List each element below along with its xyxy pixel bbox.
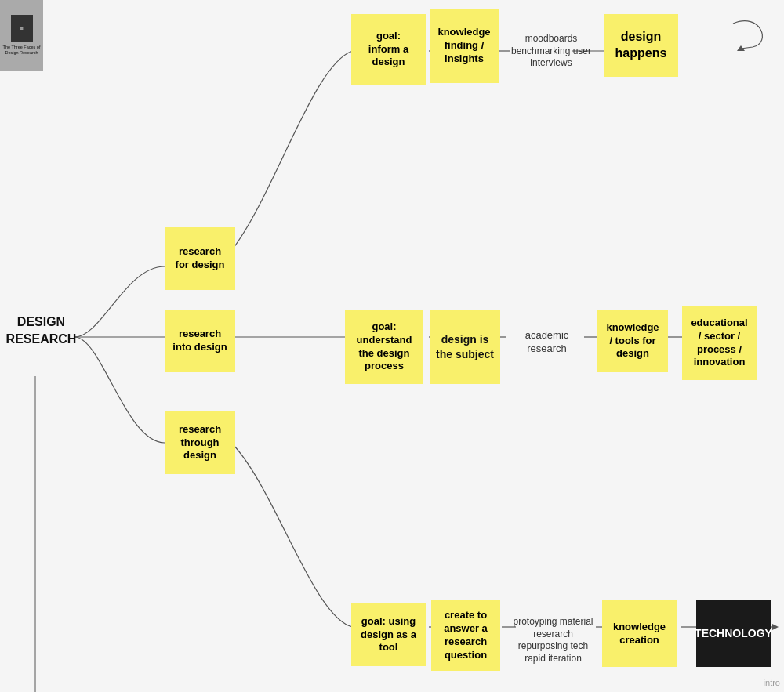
research-for-design: research for design	[165, 227, 235, 290]
knowledge-tools: knowledge / tools for design	[597, 310, 668, 372]
design-is-subject: design is the subject	[430, 310, 500, 384]
svg-marker-14	[772, 624, 779, 630]
knowledge-creation: knowledge creation	[602, 600, 677, 667]
mind-map-canvas: ≡ The Three Faces of Design Research DES…	[0, 0, 784, 692]
design-happens: design happens	[604, 14, 678, 77]
technology-sticky: TECHNOLOGY	[696, 600, 771, 667]
main-label: DESIGN RESEARCH	[4, 313, 78, 349]
create-answer: create to answer a research question	[431, 600, 500, 671]
methods-inform-label: moodboards benchmarking user interviews	[504, 33, 598, 70]
book-thumbnail: ≡ The Three Faces of Design Research	[0, 0, 43, 71]
educational-sector: educational / sector / process / innovat…	[682, 306, 757, 380]
research-into-design: research into design	[165, 310, 235, 372]
intro-label: intro	[764, 677, 780, 688]
research-through-design: research through design	[165, 411, 235, 474]
goal-understand-design: goal: understand the design process	[345, 310, 423, 384]
goal-using-design: goal: using design as a tool	[351, 603, 426, 666]
methods-through-label: protoyping material reserarch repurposin…	[508, 616, 598, 665]
knowledge-finding: knowledge finding / insights	[430, 9, 499, 83]
svg-marker-3	[737, 45, 745, 51]
academic-research-label: academic research	[506, 329, 588, 356]
goal-inform-design: goal: inform a design	[351, 14, 426, 85]
